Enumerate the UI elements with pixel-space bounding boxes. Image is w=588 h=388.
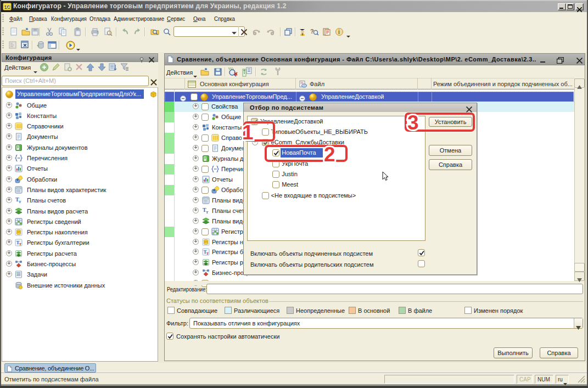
svg-text:?: ? — [310, 28, 314, 35]
svg-text:т: т — [206, 251, 209, 256]
svg-text:т: т — [19, 199, 21, 204]
svg-text:i: i — [338, 29, 340, 35]
svg-text:т: т — [19, 241, 21, 246]
svg-text:т: т — [206, 209, 209, 215]
